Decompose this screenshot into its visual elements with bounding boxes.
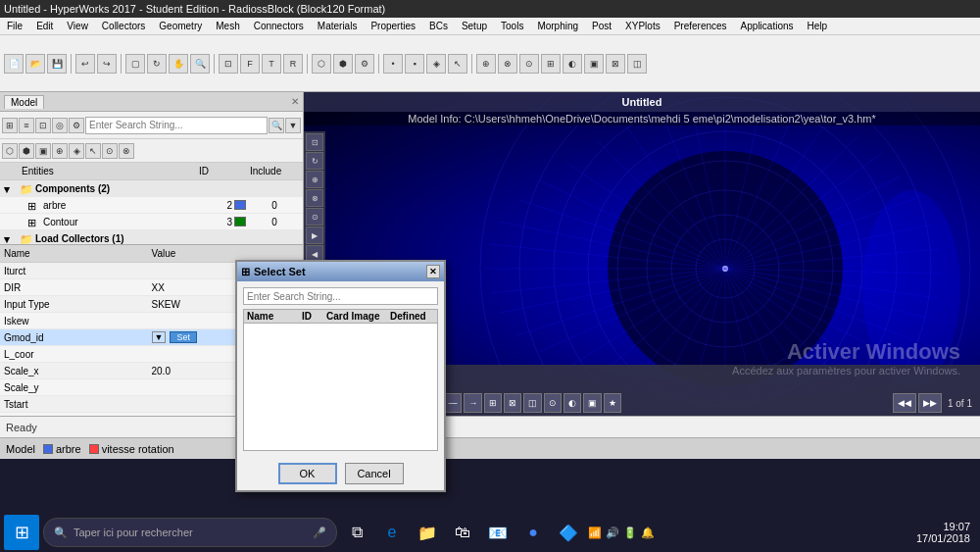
- dialog-ok-btn[interactable]: OK: [278, 463, 337, 484]
- edge-icon[interactable]: e: [376, 517, 408, 548]
- panel-tb2-btn1[interactable]: ⬡: [2, 143, 18, 159]
- menu-view[interactable]: View: [64, 21, 91, 31]
- entity-arbre[interactable]: ⊞ arbre 2 0: [0, 197, 303, 214]
- toolbar-node[interactable]: •: [383, 54, 403, 74]
- panel-tb2-btn8[interactable]: ⊗: [119, 143, 134, 159]
- panel-tb2-btn3[interactable]: ▣: [35, 143, 51, 159]
- taskview-btn[interactable]: ⧉: [341, 517, 372, 548]
- toolbar-open[interactable]: 📂: [25, 54, 45, 74]
- store-icon[interactable]: 🛍: [447, 517, 478, 548]
- vp-extra3[interactable]: ◫: [523, 393, 542, 413]
- vp-arrow-btn[interactable]: →: [464, 393, 482, 413]
- vp-extra5[interactable]: ◐: [564, 393, 581, 413]
- panel-tb2-btn4[interactable]: ⊕: [52, 143, 68, 159]
- set-button[interactable]: Set: [170, 331, 197, 343]
- panel-options-btn[interactable]: ▼: [285, 118, 301, 133]
- explorer-icon[interactable]: 📁: [412, 517, 443, 548]
- panel-tb2-btn2[interactable]: ⬢: [19, 143, 34, 159]
- search-bar[interactable]: 🔍 Taper ici pour rechercher 🎤: [43, 518, 337, 547]
- vp-btn-4[interactable]: ⊗: [306, 189, 323, 207]
- toolbar-right[interactable]: R: [283, 54, 303, 74]
- toolbar-comp[interactable]: ◈: [426, 54, 446, 74]
- menu-setup[interactable]: Setup: [459, 21, 490, 31]
- toolbar-extra7[interactable]: ⊠: [606, 54, 625, 74]
- toolbar-front[interactable]: F: [240, 54, 260, 74]
- gmod-dropdown-icon[interactable]: ▼: [152, 331, 167, 343]
- toolbar-shade[interactable]: ⬢: [333, 54, 353, 74]
- toolbar-pan[interactable]: ✋: [169, 54, 188, 74]
- menu-morphing[interactable]: Morphing: [534, 21, 581, 31]
- vp-extra6[interactable]: ▣: [583, 393, 602, 413]
- panel-tb-btn4[interactable]: ◎: [52, 118, 68, 133]
- dialog-close-btn[interactable]: ✕: [426, 265, 440, 278]
- vp-btn-6[interactable]: ▶: [306, 226, 323, 244]
- vp-extra4[interactable]: ⊙: [544, 393, 562, 413]
- toolbar-top[interactable]: T: [262, 54, 281, 74]
- panel-tb-btn2[interactable]: ≡: [19, 118, 34, 133]
- toolbar-select[interactable]: ▢: [125, 54, 145, 74]
- vp-btn-5[interactable]: ⊙: [306, 208, 323, 226]
- vp-btn-3[interactable]: ⊕: [306, 171, 323, 188]
- model-bar-vitesse[interactable]: vitesse rotation: [89, 443, 174, 455]
- vp-extra2[interactable]: ⊠: [504, 393, 521, 413]
- toolbar-extra1[interactable]: ⊕: [476, 54, 496, 74]
- model-tab[interactable]: Model: [4, 95, 44, 109]
- toolbar-extra2[interactable]: ⊗: [498, 54, 517, 74]
- menu-xyplots[interactable]: XYPlots: [622, 21, 663, 31]
- vp-extra7[interactable]: ★: [604, 393, 621, 413]
- section-load-collectors[interactable]: ▾ 📁 Load Collectors (1): [0, 230, 303, 244]
- menu-connectors[interactable]: Connectors: [251, 21, 307, 31]
- app-icon-1[interactable]: 📧: [482, 517, 514, 548]
- menu-preferences[interactable]: Preferences: [671, 21, 730, 31]
- dialog-list-area[interactable]: [243, 324, 438, 451]
- vp-btn-1[interactable]: ⊡: [306, 133, 323, 151]
- toolbar-redo[interactable]: ↪: [97, 54, 117, 74]
- vp-prev-btn[interactable]: ◀◀: [893, 393, 916, 413]
- menu-help[interactable]: Help: [805, 21, 831, 31]
- toolbar-wire[interactable]: ⬡: [312, 54, 331, 74]
- menu-file[interactable]: File: [4, 21, 25, 31]
- toolbar-fit[interactable]: ⊡: [219, 54, 238, 74]
- menu-bcs[interactable]: BCs: [426, 21, 451, 31]
- panel-close-btn[interactable]: ✕: [291, 96, 299, 107]
- panel-tb2-btn5[interactable]: ◈: [69, 143, 84, 159]
- vp-next-btn[interactable]: ▶▶: [918, 393, 942, 413]
- menu-properties[interactable]: Properties: [368, 21, 418, 31]
- toolbar-new[interactable]: 📄: [4, 54, 24, 74]
- menu-post[interactable]: Post: [589, 21, 614, 31]
- panel-tb2-btn6[interactable]: ↖: [85, 143, 101, 159]
- section-components[interactable]: ▾ 📁 Components (2): [0, 180, 303, 197]
- toolbar-save[interactable]: 💾: [47, 54, 67, 74]
- toolbar-options[interactable]: ⚙: [355, 54, 374, 74]
- vp-extra1[interactable]: ⊞: [484, 393, 502, 413]
- menu-tools[interactable]: Tools: [498, 21, 526, 31]
- panel-search-btn[interactable]: 🔍: [269, 118, 284, 133]
- vp-dash-btn[interactable]: —: [443, 393, 462, 413]
- toolbar-extra8[interactable]: ◫: [627, 54, 647, 74]
- chrome-icon[interactable]: ●: [517, 517, 549, 548]
- dialog-cancel-btn[interactable]: Cancel: [345, 463, 404, 484]
- entity-contour[interactable]: ⊞ Contour 3 0: [0, 214, 303, 230]
- panel-tb-btn1[interactable]: ⊞: [2, 118, 18, 133]
- toolbar-extra6[interactable]: ▣: [584, 54, 604, 74]
- start-button[interactable]: ⊞: [4, 515, 39, 550]
- menu-geometry[interactable]: Geometry: [156, 21, 205, 31]
- panel-tb-btn5[interactable]: ⚙: [69, 118, 84, 133]
- menu-mesh[interactable]: Mesh: [213, 21, 242, 31]
- entity-list[interactable]: ▾ 📁 Components (2) ⊞ arbre 2 0 ⊞ Contour…: [0, 180, 303, 244]
- menu-materials[interactable]: Materials: [315, 21, 361, 31]
- toolbar-cursor[interactable]: ↖: [448, 54, 467, 74]
- toolbar-extra3[interactable]: ⊙: [519, 54, 539, 74]
- app-icon-2[interactable]: 🔷: [553, 517, 584, 548]
- vp-btn-2[interactable]: ↻: [306, 152, 323, 170]
- toolbar-extra5[interactable]: ◐: [563, 54, 582, 74]
- menu-collectors[interactable]: Collectors: [99, 21, 148, 31]
- toolbar-extra4[interactable]: ⊞: [541, 54, 561, 74]
- panel-tb-btn3[interactable]: ⊡: [35, 118, 51, 133]
- model-bar-arbre[interactable]: arbre: [43, 443, 81, 455]
- toolbar-undo[interactable]: ↩: [75, 54, 95, 74]
- panel-tb2-btn7[interactable]: ⊙: [102, 143, 118, 159]
- menu-edit[interactable]: Edit: [33, 21, 56, 31]
- toolbar-zoom[interactable]: 🔍: [190, 54, 210, 74]
- dialog-search-input[interactable]: [243, 287, 438, 305]
